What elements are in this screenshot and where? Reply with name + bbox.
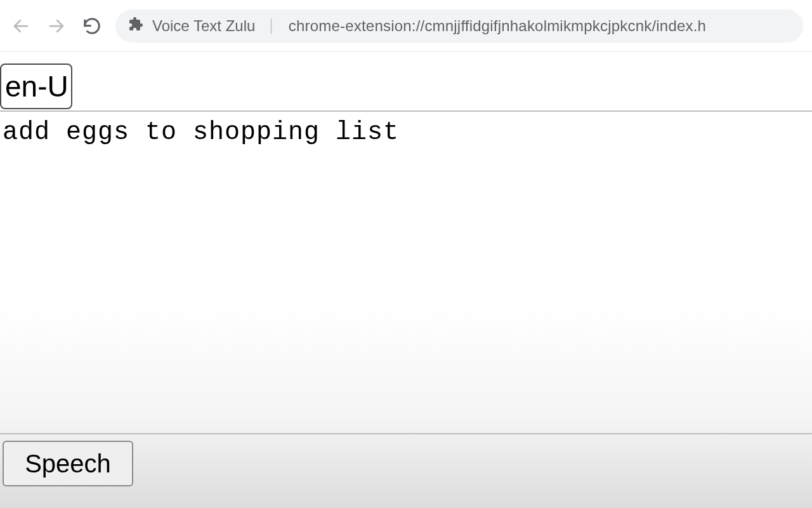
address-bar[interactable]: Voice Text Zulu │ chrome-extension://cmn…	[115, 10, 803, 43]
back-button[interactable]	[9, 14, 33, 38]
browser-toolbar: Voice Text Zulu │ chrome-extension://cmn…	[0, 0, 812, 52]
page-title: Voice Text Zulu	[152, 17, 255, 35]
extension-icon	[128, 17, 143, 36]
address-separator: │	[264, 18, 280, 33]
arrow-left-icon	[11, 17, 30, 36]
arrow-right-icon	[47, 17, 66, 36]
page-url: chrome-extension://cmnjjffidgifjnhakolmi…	[289, 17, 706, 35]
forward-button[interactable]	[44, 14, 69, 38]
speech-button[interactable]: Speech	[3, 441, 133, 486]
reload-button[interactable]	[80, 14, 104, 38]
refresh-icon	[82, 17, 102, 36]
extension-page: add eggs to shopping list Speech	[0, 52, 812, 508]
transcript-output: add eggs to shopping list	[0, 112, 812, 433]
language-select[interactable]	[0, 64, 72, 109]
divider	[0, 433, 812, 434]
